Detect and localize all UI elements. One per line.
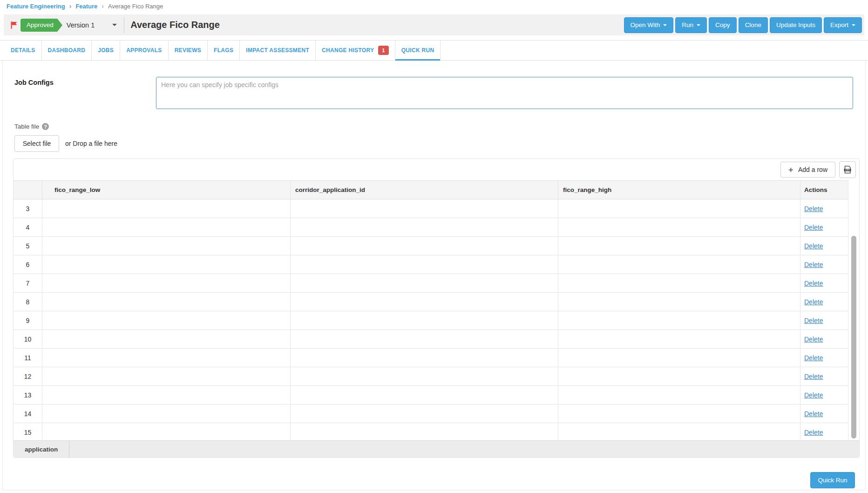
tab-label: DASHBOARD (48, 47, 86, 54)
grid-cell[interactable] (291, 423, 558, 440)
actions-cell: Delete (800, 404, 847, 423)
table-row-14: 14 Delete (14, 404, 848, 423)
breadcrumb-item-feature[interactable]: ›Feature (65, 2, 98, 10)
grid-cell[interactable] (42, 237, 291, 255)
grid-cell[interactable] (558, 311, 800, 329)
grid-cell[interactable] (291, 237, 558, 255)
sheet-tab-bar: application (14, 440, 859, 458)
actions-cell: Delete (800, 199, 847, 218)
grid-body: 3 Delete 4 Delete 5 (14, 199, 848, 440)
tab-quick-run[interactable]: QUICK RUN (395, 41, 441, 60)
delete-link[interactable]: Delete (804, 336, 823, 343)
grid-cell[interactable] (291, 404, 558, 423)
grid-cell[interactable] (291, 199, 558, 218)
grid-cell[interactable] (42, 330, 291, 348)
row-number-cell: 3 (14, 199, 42, 218)
help-icon[interactable]: ? (42, 123, 49, 130)
delete-link[interactable]: Delete (804, 261, 823, 268)
delete-link[interactable]: Delete (804, 410, 823, 418)
grid-cell[interactable] (558, 330, 800, 348)
grid-cell[interactable] (291, 255, 558, 274)
grid-cell[interactable] (291, 293, 558, 311)
tab-flags[interactable]: FLAGS (208, 41, 240, 60)
grid-cell[interactable] (558, 367, 800, 385)
delete-link[interactable]: Delete (804, 242, 823, 250)
tab-impact-assessment[interactable]: IMPACT ASSESSMENT (240, 41, 316, 60)
grid-cell[interactable] (558, 255, 800, 274)
select-file-button[interactable]: Select file (14, 135, 59, 152)
grid-cell[interactable] (42, 199, 291, 218)
grid-cell[interactable] (42, 404, 291, 423)
add-row-button[interactable]: + Add a row (780, 162, 835, 178)
grid-cell[interactable] (558, 274, 800, 292)
grid-cell[interactable] (291, 349, 558, 367)
grid-cell[interactable] (558, 386, 800, 404)
header-button-copy[interactable]: Copy (709, 17, 737, 33)
delete-link[interactable]: Delete (804, 298, 823, 306)
version-dropdown[interactable]: Version 1 (67, 21, 117, 29)
delete-link[interactable]: Delete (804, 205, 823, 212)
grid-cell[interactable] (291, 218, 558, 236)
grid-cell[interactable] (558, 199, 800, 218)
grid-cell[interactable] (42, 423, 291, 440)
delete-link[interactable]: Delete (804, 317, 823, 324)
row-number-header-cell (14, 181, 42, 199)
row-number-cell: 15 (14, 423, 42, 440)
quick-run-button[interactable]: Quick Run (810, 472, 855, 488)
actions-cell: Delete (800, 367, 847, 385)
grid-cell[interactable] (558, 349, 800, 367)
tab-approvals[interactable]: APPROVALS (120, 41, 169, 60)
delete-link[interactable]: Delete (804, 354, 823, 362)
breadcrumb-item-feature-engineering[interactable]: Feature Engineering (7, 3, 65, 10)
grid-cell[interactable] (42, 218, 291, 236)
grid-scrollbar-track[interactable] (848, 180, 859, 440)
header-button-clone[interactable]: Clone (739, 17, 768, 33)
tab-change-history[interactable]: CHANGE HISTORY1 (316, 41, 395, 60)
grid-cell[interactable] (42, 367, 291, 385)
grid-cell[interactable] (291, 367, 558, 385)
quick-run-table-card: + Add a row CSV fico_range_low corridor_… (13, 158, 860, 458)
row-number-cell: 10 (14, 330, 42, 348)
grid-cell[interactable] (42, 293, 291, 311)
grid-cell[interactable] (42, 349, 291, 367)
grid-cell[interactable] (291, 330, 558, 348)
delete-link[interactable]: Delete (804, 373, 823, 380)
delete-link[interactable]: Delete (804, 280, 823, 287)
tab-jobs[interactable]: JOBS (92, 41, 120, 60)
actions-cell: Delete (800, 237, 847, 255)
delete-link[interactable]: Delete (804, 224, 823, 231)
delete-link[interactable]: Delete (804, 429, 823, 436)
header-button-run[interactable]: Run (675, 17, 707, 33)
grid-scrollbar-thumb[interactable] (851, 236, 856, 438)
row-number-cell: 5 (14, 237, 42, 255)
job-configs-input[interactable] (156, 77, 853, 109)
grid-cell[interactable] (42, 274, 291, 292)
grid-cell[interactable] (558, 423, 800, 440)
tab-details[interactable]: DETAILS (5, 41, 42, 60)
delete-link[interactable]: Delete (804, 391, 823, 399)
grid-cell[interactable] (558, 404, 800, 423)
header-button-update-inputs[interactable]: Update Inputs (770, 17, 822, 33)
csv-import-button[interactable]: CSV (839, 161, 856, 178)
grid-cell[interactable] (42, 255, 291, 274)
header-button-export[interactable]: Export (824, 17, 862, 33)
tab-label: REVIEWS (175, 47, 201, 54)
grid-cell[interactable] (42, 386, 291, 404)
caret-down-icon (663, 24, 667, 26)
tab-reviews[interactable]: REVIEWS (169, 41, 208, 60)
grid-cell[interactable] (558, 218, 800, 236)
tab-dashboard[interactable]: DASHBOARD (42, 41, 92, 60)
actions-cell: Delete (800, 423, 847, 440)
grid-cell[interactable] (558, 293, 800, 311)
grid-cell[interactable] (291, 386, 558, 404)
header-button-open-with[interactable]: Open With (624, 17, 674, 33)
table-row-5: 5 Delete (14, 237, 848, 255)
row-number-cell: 13 (14, 386, 42, 404)
grid-cell[interactable] (558, 237, 800, 255)
grid-cell[interactable] (291, 274, 558, 292)
tab-label: IMPACT ASSESSMENT (246, 47, 309, 54)
table-row-15: 15 Delete (14, 423, 848, 440)
grid-cell[interactable] (42, 311, 291, 329)
sheet-tab-application[interactable]: application (14, 441, 69, 458)
grid-cell[interactable] (291, 311, 558, 329)
